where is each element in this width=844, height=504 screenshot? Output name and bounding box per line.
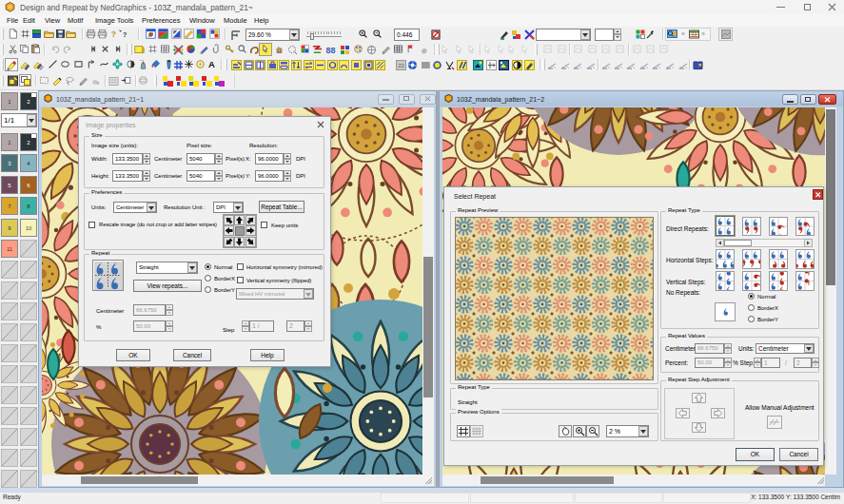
svg-text:?: ? [111,29,116,39]
svg-text:88: 88 [325,46,335,55]
svg-text:?: ? [123,31,127,38]
svg-text:A: A [208,59,215,69]
svg-text:22: 22 [398,63,404,68]
